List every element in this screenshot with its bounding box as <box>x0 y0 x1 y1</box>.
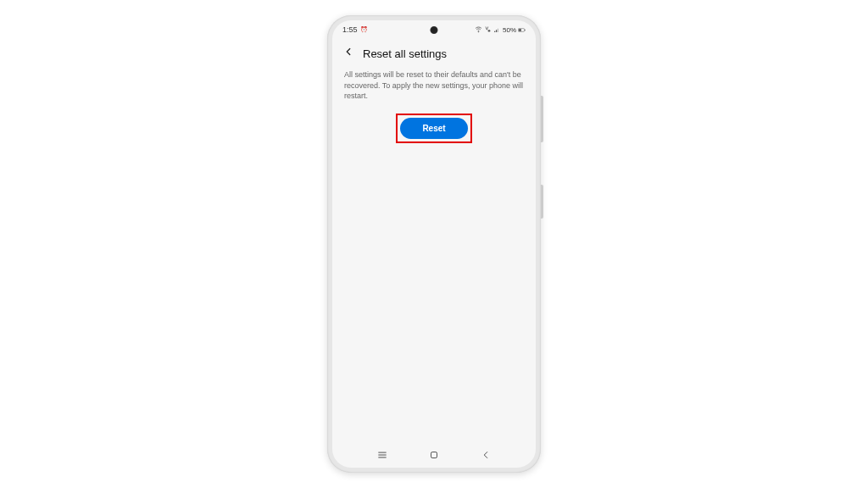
home-button[interactable] <box>417 449 451 461</box>
power-button <box>541 185 543 219</box>
back-nav-button[interactable] <box>469 449 503 461</box>
svg-rect-3 <box>525 29 526 30</box>
content-area: All settings will be reset to their defa… <box>332 66 536 446</box>
wifi-icon <box>475 25 482 35</box>
highlight-box: Reset <box>396 114 471 143</box>
battery-icon <box>518 26 526 34</box>
status-right: 50% <box>475 25 526 35</box>
battery-text: 50% <box>503 26 516 34</box>
svg-rect-2 <box>519 29 521 31</box>
status-time: 1:55 <box>342 25 358 34</box>
navigation-bar <box>332 446 536 468</box>
recents-button[interactable] <box>365 449 399 461</box>
front-camera <box>431 26 438 34</box>
phone-frame: 1:55 ⏰ 50% <box>327 15 541 473</box>
volume-button <box>541 96 543 142</box>
signal-icon <box>493 25 501 35</box>
alarm-icon: ⏰ <box>360 26 368 33</box>
back-icon[interactable] <box>342 46 354 61</box>
phone-screen: 1:55 ⏰ 50% <box>332 20 536 468</box>
page-title: Reset all settings <box>363 47 447 60</box>
page-header: Reset all settings <box>332 39 536 66</box>
svg-point-0 <box>478 31 479 32</box>
description-text: All settings will be reset to their defa… <box>344 69 524 102</box>
vowifi-icon <box>484 25 492 35</box>
reset-button[interactable]: Reset <box>400 118 467 139</box>
svg-rect-7 <box>431 452 437 458</box>
